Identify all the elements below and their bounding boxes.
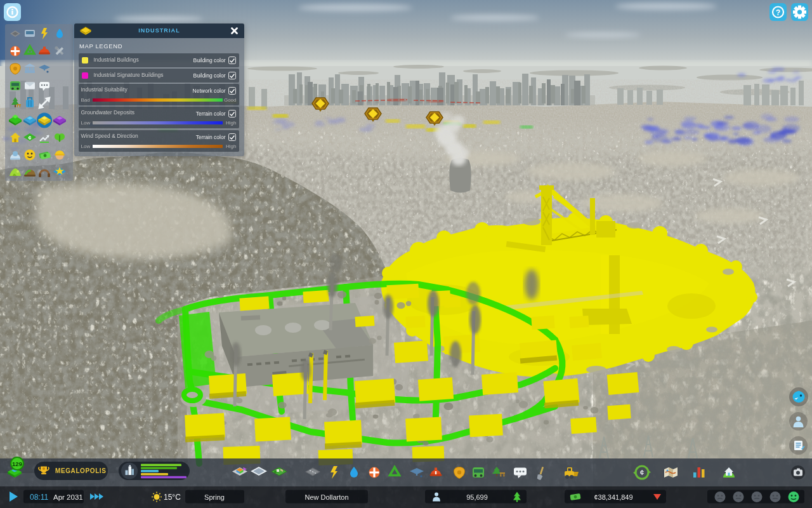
svg-text:129: 129 [12,460,22,467]
svg-text:Spring: Spring [204,493,225,501]
svg-text:¢: ¢ [640,469,644,476]
svg-text:New Dollarton: New Dollarton [304,493,348,501]
svg-text:¢38,341,849: ¢38,341,849 [594,493,632,501]
svg-text:15°C: 15°C [164,493,181,502]
svg-text:MEGALOPOLIS: MEGALOPOLIS [55,467,107,474]
svg-text:95,699: 95,699 [466,493,488,501]
svg-text:?: ? [776,8,780,17]
svg-text:¢: ¢ [28,135,31,141]
svg-text:08:11: 08:11 [30,493,48,502]
svg-text:Apr 2031: Apr 2031 [53,493,83,501]
